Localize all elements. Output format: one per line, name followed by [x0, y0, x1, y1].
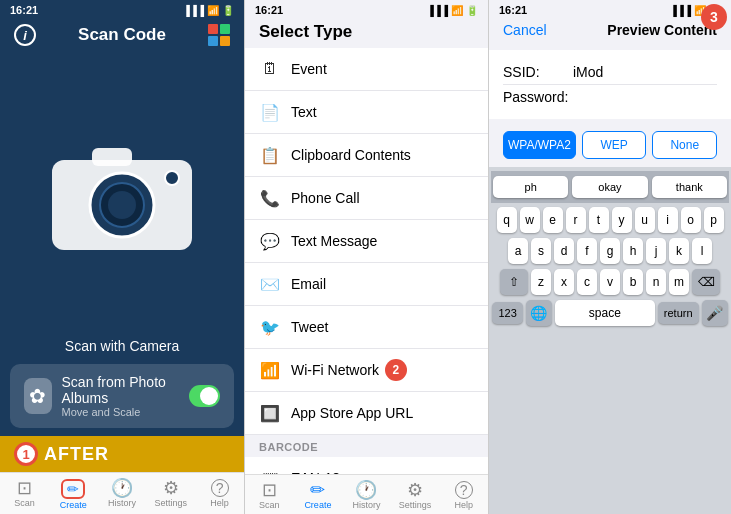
ssid-row: SSID: iMod — [503, 60, 717, 85]
key-f[interactable]: f — [577, 238, 597, 264]
tab-settings-1[interactable]: ⚙ Settings — [146, 477, 195, 512]
time-3: 16:21 — [499, 4, 527, 16]
list-item-tweet[interactable]: 🐦 Tweet — [245, 306, 488, 349]
key-o[interactable]: o — [681, 207, 701, 233]
list-item-phone[interactable]: 📞 Phone Call — [245, 177, 488, 220]
cancel-button[interactable]: Cancel — [503, 22, 547, 38]
svg-rect-1 — [92, 148, 132, 166]
barcode-section-header: BARCODE — [245, 435, 488, 457]
password-input[interactable] — [573, 89, 731, 105]
tab-settings-2[interactable]: ⚙ Settings — [391, 479, 440, 512]
info-icon[interactable]: i — [14, 24, 36, 46]
title-bar-1: i Scan Code — [0, 20, 244, 52]
list-item-message[interactable]: 💬 Text Message — [245, 220, 488, 263]
help-tab-label-2: Help — [454, 500, 473, 510]
key-e[interactable]: e — [543, 207, 563, 233]
list-item-ean13[interactable]: ||||||| EAN-13 — [245, 457, 488, 474]
key-u[interactable]: u — [635, 207, 655, 233]
tab-bar-1: ⊡ Scan ✏ Create 🕐 History ⚙ Settings ? H… — [0, 472, 244, 514]
key-shift[interactable]: ⇧ — [500, 269, 528, 295]
key-i[interactable]: i — [658, 207, 678, 233]
tab-create-2[interactable]: ✏ Create — [294, 479, 343, 512]
tweet-icon: 🐦 — [259, 316, 281, 338]
settings-tab-icon-2: ⚙ — [407, 481, 423, 499]
create-tab-label-2: Create — [304, 500, 331, 510]
quick-key-thank[interactable]: thank — [652, 176, 727, 198]
key-q[interactable]: q — [497, 207, 517, 233]
keyboard-row-2: a s d f g h j k l — [491, 238, 729, 264]
ssid-value[interactable]: iMod — [573, 64, 717, 80]
key-t[interactable]: t — [589, 207, 609, 233]
key-l[interactable]: l — [692, 238, 712, 264]
tab-scan-1[interactable]: ⊡ Scan — [0, 477, 49, 512]
key-d[interactable]: d — [554, 238, 574, 264]
svg-point-5 — [165, 171, 179, 185]
keyboard-row-3: ⇧ z x c v b n m ⌫ — [491, 269, 729, 295]
key-s[interactable]: s — [531, 238, 551, 264]
create-tab-box: ✏ — [61, 479, 85, 499]
tab-scan-2[interactable]: ⊡ Scan — [245, 479, 294, 512]
key-c[interactable]: c — [577, 269, 597, 295]
key-delete[interactable]: ⌫ — [692, 269, 720, 295]
tab-help-1[interactable]: ? Help — [195, 477, 244, 512]
key-k[interactable]: k — [669, 238, 689, 264]
wifi-badge-container: Wi-Fi Network 2 — [291, 359, 407, 381]
photo-main-label: Scan from Photo Albums — [62, 374, 180, 406]
key-123[interactable]: 123 — [492, 302, 522, 324]
tab-create-1[interactable]: ✏ Create — [49, 477, 98, 512]
list-item-wifi[interactable]: 📶 Wi-Fi Network 2 — [245, 349, 488, 392]
email-label: Email — [291, 276, 326, 292]
signal-icon-3: ▐▐▐ — [670, 5, 691, 16]
create-tab-icon: ✏ — [67, 481, 79, 497]
flower-icon: ✿ — [24, 378, 52, 414]
quick-key-okay[interactable]: okay — [572, 176, 647, 198]
wep-button[interactable]: WEP — [582, 131, 647, 159]
message-icon: 💬 — [259, 230, 281, 252]
security-options: WPA/WPA2 WEP None — [503, 131, 717, 159]
key-x[interactable]: x — [554, 269, 574, 295]
key-j[interactable]: j — [646, 238, 666, 264]
clipboard-label: Clipboard Contents — [291, 147, 411, 163]
step-3-badge: 3 — [701, 4, 727, 30]
tab-help-2[interactable]: ? Help — [439, 479, 488, 512]
status-bar-1: 16:21 ▐▐▐ 📶 🔋 — [0, 0, 244, 20]
key-y[interactable]: y — [612, 207, 632, 233]
preview-nav: Cancel Preview Content 3 — [489, 20, 731, 46]
list-item-clipboard[interactable]: 📋 Clipboard Contents — [245, 134, 488, 177]
key-p[interactable]: p — [704, 207, 724, 233]
time-1: 16:21 — [10, 4, 38, 16]
key-mic[interactable]: 🎤 — [702, 300, 728, 326]
list-item-event[interactable]: 🗓 Event — [245, 48, 488, 91]
text-icon: 📄 — [259, 101, 281, 123]
key-return[interactable]: return — [658, 302, 699, 324]
scan-tab-label-2: Scan — [259, 500, 280, 510]
camera-viewfinder[interactable] — [0, 52, 244, 338]
phone-label: Phone Call — [291, 190, 360, 206]
key-space[interactable]: space — [555, 300, 655, 326]
move-scale-toggle[interactable] — [189, 385, 220, 407]
list-item-text[interactable]: 📄 Text — [245, 91, 488, 134]
key-h[interactable]: h — [623, 238, 643, 264]
key-m[interactable]: m — [669, 269, 689, 295]
key-a[interactable]: a — [508, 238, 528, 264]
none-button[interactable]: None — [652, 131, 717, 159]
grid-icon[interactable] — [208, 24, 230, 46]
key-w[interactable]: w — [520, 207, 540, 233]
scan-from-albums-button[interactable]: ✿ Scan from Photo Albums Move and Scale — [10, 364, 234, 428]
key-r[interactable]: r — [566, 207, 586, 233]
key-b[interactable]: b — [623, 269, 643, 295]
key-v[interactable]: v — [600, 269, 620, 295]
phone-icon: 📞 — [259, 187, 281, 209]
list-item-appstore[interactable]: 🔲 App Store App URL — [245, 392, 488, 435]
key-z[interactable]: z — [531, 269, 551, 295]
list-item-email[interactable]: ✉️ Email — [245, 263, 488, 306]
quick-key-ph[interactable]: ph — [493, 176, 568, 198]
tab-history-2[interactable]: 🕐 History — [342, 479, 391, 512]
wifi-icon: 📶 — [259, 359, 281, 381]
wpa-button[interactable]: WPA/WPA2 — [503, 131, 576, 159]
key-globe[interactable]: 🌐 — [526, 300, 552, 326]
key-n[interactable]: n — [646, 269, 666, 295]
history-tab-label-2: History — [352, 500, 380, 510]
tab-history-1[interactable]: 🕐 History — [98, 477, 147, 512]
key-g[interactable]: g — [600, 238, 620, 264]
